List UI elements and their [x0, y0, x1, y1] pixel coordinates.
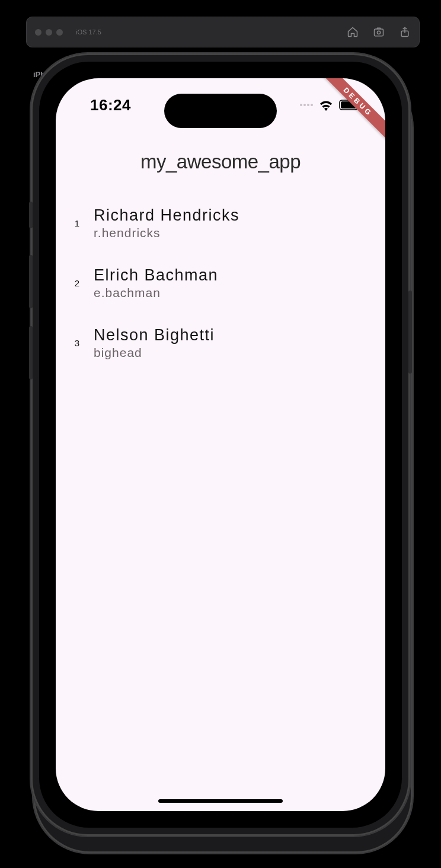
screenshot-icon[interactable]	[373, 26, 385, 38]
list-item-username: e.bachman	[94, 286, 218, 300]
minimize-icon[interactable]	[46, 29, 52, 36]
list-item-index: 1	[60, 218, 94, 228]
user-list[interactable]: 1 Richard Hendricks r.hendricks 2 Elrich…	[56, 193, 385, 373]
list-item-name: Elrich Bachman	[94, 266, 218, 285]
close-icon[interactable]	[35, 29, 41, 36]
list-item-username: bighead	[94, 346, 215, 360]
svg-rect-0	[375, 29, 384, 36]
power-button[interactable]	[408, 291, 412, 374]
phone-screen: DEBUG 16:24 my_awesome_app 1	[56, 78, 385, 811]
cellular-dots-icon	[300, 104, 313, 106]
list-item-index: 3	[60, 338, 94, 348]
svg-point-1	[377, 31, 380, 34]
dynamic-island	[164, 94, 277, 128]
list-item[interactable]: 2 Elrich Bachman e.bachman	[56, 253, 385, 313]
window-controls[interactable]	[35, 29, 63, 36]
app-title: my_awesome_app	[56, 151, 385, 173]
status-time: 16:24	[90, 96, 131, 114]
zoom-icon[interactable]	[56, 29, 63, 36]
volume-down-button[interactable]	[29, 326, 33, 379]
share-icon[interactable]	[399, 26, 411, 38]
simulator-actions	[347, 26, 411, 38]
simulator-os-label: iOS 17.5	[76, 28, 101, 36]
list-item-name: Nelson Bighetti	[94, 326, 215, 344]
list-item-name: Richard Hendricks	[94, 206, 239, 225]
home-icon[interactable]	[347, 26, 359, 38]
home-indicator[interactable]	[158, 799, 283, 803]
simulator-toolbar: iPhone 15 iOS 17.5	[26, 17, 420, 47]
svg-rect-5	[359, 103, 360, 107]
list-item[interactable]: 3 Nelson Bighetti bighead	[56, 313, 385, 373]
simulator-title: iPhone 15 iOS 17.5	[76, 28, 101, 36]
volume-up-button[interactable]	[29, 255, 33, 308]
list-item[interactable]: 1 Richard Hendricks r.hendricks	[56, 193, 385, 253]
list-item-index: 2	[60, 278, 94, 288]
mute-switch[interactable]	[29, 202, 33, 228]
wifi-icon	[319, 99, 333, 111]
phone-device-frame: DEBUG 16:24 my_awesome_app 1	[31, 53, 410, 836]
list-item-username: r.hendricks	[94, 226, 239, 240]
battery-icon	[339, 100, 360, 110]
svg-rect-4	[341, 101, 356, 108]
